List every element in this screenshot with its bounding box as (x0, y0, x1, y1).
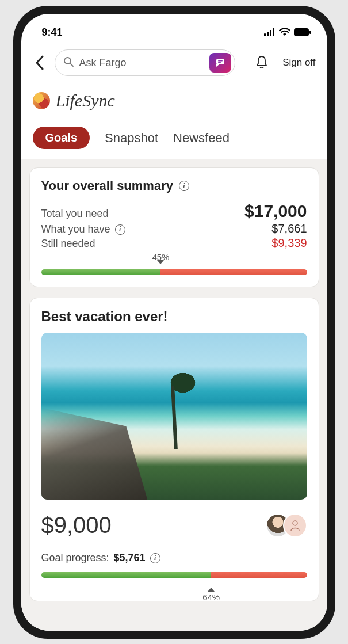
info-icon[interactable]: i (179, 181, 189, 191)
content-area: Your overall summary i Total you need $1… (21, 159, 327, 631)
goal-progress-bar (41, 572, 307, 578)
still-value: $9,339 (271, 237, 307, 250)
summary-card: Your overall summary i Total you need $1… (29, 167, 319, 287)
phone-screen: 9:41 (21, 14, 327, 631)
svg-rect-4 (294, 28, 309, 36)
total-need-value: $17,000 (244, 201, 307, 221)
summary-progress-bar (41, 269, 307, 275)
svg-point-11 (293, 521, 297, 525)
goal-progress: 64% (41, 572, 307, 589)
goal-collaborators[interactable] (266, 513, 307, 538)
lifesync-logo-icon (33, 92, 50, 109)
goal-amount: $9,000 (41, 512, 112, 538)
info-icon[interactable]: i (150, 553, 160, 563)
battery-icon (294, 28, 311, 36)
svg-line-7 (70, 63, 73, 66)
svg-rect-9 (218, 60, 223, 62)
progress-filled (41, 572, 212, 578)
caret-up-icon (208, 588, 215, 592)
progress-filled (41, 269, 161, 275)
person-icon (290, 520, 300, 531)
goal-progress-pct: 64% (202, 592, 220, 602)
avatar (283, 513, 307, 538)
have-label-text: What you have (41, 223, 110, 235)
status-bar: 9:41 (21, 14, 327, 43)
search-placeholder: Ask Fargo (79, 57, 204, 69)
tabs: Goals Snapshot Newsfeed (21, 115, 327, 159)
status-time: 9:41 (42, 26, 63, 39)
progress-remaining (160, 269, 307, 275)
search-icon (63, 56, 74, 70)
phone-frame: 9:41 (13, 6, 335, 639)
svg-rect-3 (273, 28, 274, 36)
goal-card[interactable]: Best vacation ever! $9,000 (29, 298, 319, 601)
status-icons (264, 28, 311, 36)
total-need-label: Total you need (41, 208, 109, 220)
svg-point-6 (64, 58, 71, 64)
svg-rect-1 (267, 32, 269, 36)
back-button[interactable] (30, 54, 49, 72)
have-label: What you have i (41, 223, 125, 235)
search-input[interactable]: Ask Fargo (55, 49, 236, 76)
bell-icon (255, 55, 269, 70)
tab-newsfeed[interactable]: Newsfeed (173, 131, 230, 146)
palm-tree-icon (169, 371, 197, 394)
still-label: Still needed (41, 238, 95, 250)
top-nav: Ask Fargo Sign off (21, 43, 327, 79)
svg-rect-8 (216, 59, 224, 64)
brand-name: LifeSync (56, 91, 115, 110)
goal-progress-value: $5,761 (114, 552, 146, 564)
goal-title: Best vacation ever! (41, 308, 307, 325)
svg-rect-10 (218, 62, 221, 63)
svg-rect-0 (264, 33, 266, 36)
cellular-signal-icon (264, 28, 276, 36)
goal-progress-label: Goal progress: (41, 552, 109, 564)
wifi-icon (279, 28, 290, 36)
svg-rect-5 (309, 31, 311, 34)
have-value: $7,661 (271, 222, 307, 235)
chevron-left-icon (35, 55, 44, 70)
tab-snapshot[interactable]: Snapshot (105, 131, 158, 146)
tab-goals[interactable]: Goals (33, 127, 90, 149)
progress-remaining (211, 572, 307, 578)
signoff-link[interactable]: Sign off (282, 57, 315, 68)
info-icon[interactable]: i (115, 224, 125, 235)
summary-progress: 45% (41, 262, 307, 275)
goal-progress-label-row: Goal progress: $5,761 i (41, 552, 307, 564)
summary-title: Your overall summary (41, 178, 173, 193)
brand-row: LifeSync (21, 79, 327, 115)
notifications-button[interactable] (253, 54, 271, 72)
svg-rect-2 (270, 30, 271, 36)
goal-image (41, 333, 307, 500)
caret-down-icon (157, 260, 164, 264)
fargo-assistant-icon[interactable] (209, 53, 231, 73)
phone-mockup: 9:41 (0, 0, 348, 644)
